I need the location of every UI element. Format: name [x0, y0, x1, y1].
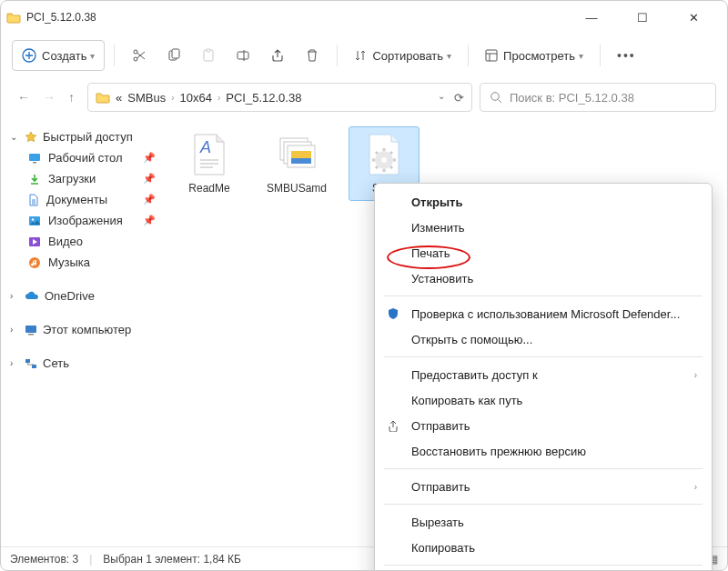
layout-icon — [485, 49, 498, 62]
onedrive-header[interactable]: ›OneDrive — [5, 286, 161, 306]
context-menu: Открыть Изменить Печать Установить Прове… — [374, 183, 713, 571]
network-header[interactable]: ›Сеть — [5, 353, 161, 374]
share-button[interactable] — [262, 40, 293, 71]
up-button[interactable]: ↑ — [68, 90, 75, 105]
search-icon — [490, 91, 502, 104]
chevron-right-icon: › — [10, 291, 19, 301]
paste-button[interactable] — [193, 40, 224, 71]
chevron-down-icon: ⌄ — [10, 132, 19, 142]
refresh-button[interactable]: ⟳ — [454, 91, 464, 105]
copy-button[interactable] — [158, 40, 189, 71]
music-icon — [28, 256, 41, 269]
chevron-down-icon: ▾ — [90, 51, 95, 61]
svg-rect-24 — [291, 151, 311, 158]
sidebar-item-music[interactable]: Музыка — [5, 252, 161, 273]
picture-icon — [28, 215, 41, 226]
sidebar-item-videos[interactable]: Видео — [5, 231, 161, 252]
back-button[interactable]: ← — [17, 90, 30, 105]
clipboard-icon — [201, 48, 216, 63]
video-icon — [28, 236, 41, 247]
ctx-install[interactable]: Установить — [375, 265, 712, 291]
ctx-send-to[interactable]: Отправить — [375, 413, 712, 438]
svg-rect-17 — [28, 334, 34, 336]
ctx-openwith[interactable]: Открыть с помощью... — [375, 326, 712, 352]
rename-button[interactable] — [228, 40, 258, 71]
sidebar-item-desktop[interactable]: Рабочий стол📌 — [5, 147, 161, 168]
svg-point-27 — [381, 157, 387, 163]
computer-icon — [25, 325, 37, 336]
download-icon — [28, 173, 41, 185]
svg-rect-19 — [32, 365, 36, 368]
chevron-right-icon: › — [10, 325, 19, 335]
toolbar: Создать ▾ Сортировать ▾ Просмотреть ▾ ••… — [1, 34, 727, 77]
thispc-header[interactable]: ›Этот компьютер — [5, 319, 161, 340]
more-icon: ••• — [617, 48, 636, 63]
inf-icon — [359, 133, 409, 176]
ctx-defender[interactable]: Проверка с использованием Microsoft Defe… — [375, 301, 712, 326]
network-icon — [25, 358, 37, 369]
trash-icon — [305, 48, 319, 63]
new-button[interactable]: Создать ▾ — [12, 40, 105, 71]
svg-rect-18 — [25, 359, 30, 363]
file-item[interactable]: SMBUSamd — [261, 126, 332, 201]
svg-rect-16 — [25, 326, 36, 333]
breadcrumb-item[interactable]: PCI_5.12.0.38 — [226, 91, 301, 105]
maximize-button[interactable]: ☐ — [625, 11, 660, 25]
pin-icon: 📌 — [143, 194, 156, 205]
ctx-grant-access[interactable]: Предоставить доступ к› — [375, 362, 712, 387]
svg-text:A: A — [199, 138, 211, 156]
address-row: ← → ↑ « SMBus› 10x64› PCI_5.12.0.38 ⌄ ⟳ … — [1, 77, 727, 117]
ctx-copy[interactable]: Копировать — [375, 535, 712, 560]
forward-button[interactable]: → — [43, 90, 56, 105]
sort-button[interactable]: Сортировать ▾ — [347, 40, 459, 71]
shield-icon — [386, 307, 400, 320]
explorer-window: PCI_5.12.0.38 — ☐ ✕ Создать ▾ Сортироват… — [0, 0, 728, 571]
nav-pane: ⌄ Быстрый доступ Рабочий стол📌 Загрузки📌… — [1, 117, 165, 546]
sidebar-item-downloads[interactable]: Загрузки📌 — [5, 168, 161, 189]
chevron-right-icon: › — [10, 358, 19, 368]
breadcrumb-item[interactable]: SMBus› — [127, 91, 174, 105]
close-button[interactable]: ✕ — [676, 11, 711, 25]
file-item[interactable]: A ReadMe — [174, 126, 245, 201]
chevron-down-icon: ▾ — [579, 51, 583, 61]
window-title: PCI_5.12.0.38 — [26, 11, 96, 24]
more-button[interactable]: ••• — [610, 40, 643, 71]
ctx-copy-path[interactable]: Копировать как путь — [375, 387, 712, 413]
svg-rect-6 — [207, 49, 210, 52]
plus-circle-icon — [22, 48, 36, 63]
svg-rect-7 — [238, 52, 248, 59]
pin-icon: 📌 — [143, 152, 156, 164]
status-elements: Элементов: 3 — [10, 553, 78, 566]
svg-rect-25 — [291, 158, 311, 164]
quick-access-header[interactable]: ⌄ Быстрый доступ — [5, 126, 161, 147]
ctx-edit[interactable]: Изменить — [375, 215, 712, 240]
document-icon — [28, 194, 39, 206]
search-input[interactable]: Поиск в: PCI_5.12.0.38 — [480, 83, 716, 112]
svg-rect-4 — [172, 49, 179, 58]
view-button[interactable]: Просмотреть ▾ — [478, 40, 591, 71]
chevron-right-icon: › — [694, 370, 697, 380]
sidebar-item-documents[interactable]: Документы📌 — [5, 189, 161, 210]
ctx-send-to2[interactable]: Отправить› — [375, 474, 712, 499]
address-bar[interactable]: « SMBus› 10x64› PCI_5.12.0.38 ⌄ ⟳ — [87, 83, 472, 112]
star-icon — [25, 131, 37, 144]
ctx-open[interactable]: Открыть — [375, 189, 712, 215]
rename-icon — [236, 48, 250, 63]
cloud-icon — [25, 291, 39, 301]
pin-icon: 📌 — [143, 215, 156, 226]
ctx-print[interactable]: Печать — [375, 240, 712, 265]
copy-icon — [167, 48, 181, 63]
cut-button[interactable] — [124, 40, 155, 71]
ctx-restore-prev[interactable]: Восстановить прежнюю версию — [375, 438, 712, 464]
sidebar-item-pictures[interactable]: Изображения📌 — [5, 210, 161, 231]
chevron-down-icon[interactable]: ⌄ — [438, 91, 445, 105]
delete-button[interactable] — [297, 40, 328, 71]
catalog-icon — [272, 133, 321, 176]
pin-icon: 📌 — [143, 173, 156, 185]
ctx-cut[interactable]: Вырезать — [375, 509, 712, 535]
folder-icon — [6, 10, 21, 25]
breadcrumb-item[interactable]: 10x64› — [179, 91, 220, 105]
richtext-icon: A — [185, 133, 234, 176]
minimize-button[interactable]: — — [574, 11, 609, 25]
svg-rect-10 — [29, 154, 40, 161]
